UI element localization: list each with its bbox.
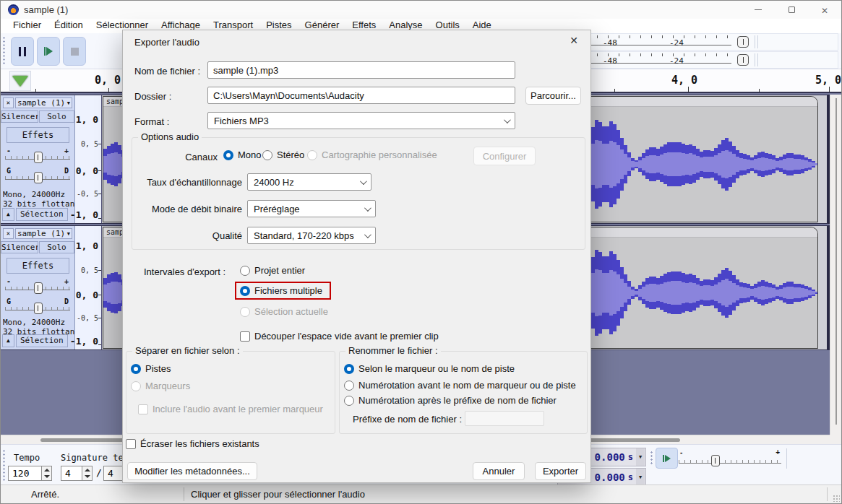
- scale-label: 0, 0: [76, 290, 98, 300]
- separator: [755, 35, 755, 48]
- channels-label: Canaux: [132, 152, 218, 162]
- playback-speed-slider[interactable]: - +: [679, 449, 781, 469]
- pan-slider[interactable]: G D: [5, 168, 70, 183]
- close-button[interactable]: [808, 1, 841, 19]
- radio-icon: [344, 396, 354, 406]
- ruler-tick: [98, 270, 101, 271]
- sample-rate-label: Taux d'échantillonnage: [132, 177, 242, 188]
- format-select[interactable]: Fichiers MP3: [207, 112, 515, 129]
- solo-button[interactable]: Solo: [39, 110, 74, 123]
- radio-entire-project[interactable]: Projet entier: [240, 265, 305, 276]
- chevron-down-icon: [360, 178, 367, 185]
- toolbar-grip[interactable]: [2, 36, 6, 66]
- maximize-button[interactable]: [775, 1, 808, 19]
- signature-numerator-input[interactable]: 4: [61, 466, 82, 481]
- tempo-stepper[interactable]: [42, 466, 52, 481]
- radio-label: Marqueurs: [145, 381, 190, 391]
- time-format-dropdown[interactable]: [636, 469, 645, 486]
- cancel-button[interactable]: Annuler: [473, 462, 525, 480]
- mute-button[interactable]: Silencer: [1, 241, 38, 253]
- radio-label: Stéréo: [277, 149, 304, 160]
- bitrate-mode-select[interactable]: Préréglage: [247, 200, 376, 217]
- radio-tracks[interactable]: Pistes: [131, 363, 171, 374]
- radio-icon: [131, 381, 141, 391]
- filename-input[interactable]: sample (1).mp3: [207, 61, 515, 79]
- track-close-button[interactable]: [3, 228, 14, 239]
- effects-button[interactable]: Effets: [7, 127, 69, 143]
- radio-numbering-after-prefix[interactable]: Numérotation après le préfixe de nom de …: [344, 395, 557, 406]
- edit-metadata-button[interactable]: Modifier les métadonnées...: [127, 462, 257, 480]
- bitrate-mode-value: Préréglage: [254, 204, 300, 214]
- track-1-vertical-ruler[interactable]: 1, 0 0, 5 0, 0 -0, 5 -1, 0: [75, 95, 102, 223]
- track-name-button[interactable]: sample (1): [15, 97, 72, 108]
- time-format-dropdown[interactable]: [636, 448, 645, 466]
- bitrate-mode-label: Mode de débit binaire: [132, 204, 242, 214]
- sample-rate-select[interactable]: 24000 Hz: [247, 173, 371, 191]
- timeline-options-button[interactable]: [9, 71, 31, 91]
- pan-slider[interactable]: G D: [5, 298, 70, 314]
- radio-mono[interactable]: Mono: [223, 149, 262, 160]
- meter-label: -48: [603, 56, 617, 66]
- quality-select[interactable]: Standard, 170-220 kbps: [247, 227, 376, 244]
- gain-slider[interactable]: - +: [5, 278, 70, 294]
- export-audio-dialog: Exporter l'audio Nom de fichier : sample…: [122, 30, 591, 483]
- mute-button[interactable]: Silencer: [1, 110, 38, 123]
- radio-label: Pistes: [145, 363, 171, 374]
- effects-button[interactable]: Effets: [7, 258, 69, 274]
- meter-label: -48: [603, 38, 617, 48]
- speed-slider-thumb[interactable]: [711, 455, 720, 466]
- radio-stereo[interactable]: Stéréo: [262, 149, 304, 160]
- checkbox-icon: [240, 331, 250, 342]
- browse-button[interactable]: Parcourir...: [525, 87, 581, 105]
- play-at-speed-button[interactable]: [656, 448, 678, 469]
- radio-use-label-or-track-name[interactable]: Selon le marqueur ou le nom de piste: [344, 363, 515, 374]
- selection-button[interactable]: Sélection: [16, 208, 68, 221]
- menu-edition[interactable]: Édition: [48, 19, 90, 33]
- selection-button[interactable]: Sélection: [16, 334, 68, 347]
- overwrite-files-checkbox[interactable]: Écraser les fichiers existants: [126, 438, 259, 449]
- signature-numerator-stepper[interactable]: [82, 466, 93, 481]
- time-unit: s: [628, 452, 633, 462]
- pan-slider-thumb[interactable]: [34, 303, 43, 314]
- toolbar-grip[interactable]: [650, 451, 653, 466]
- solo-button[interactable]: Solo: [39, 241, 74, 253]
- resize-grip[interactable]: [833, 495, 840, 502]
- folder-input[interactable]: C:\Users\Mayn\Documents\Audacity: [207, 87, 515, 104]
- radio-multiple-files-highlighted[interactable]: Fichiers multiple: [235, 282, 331, 300]
- radio-numbering-before[interactable]: Numérotation avant le nom de marqueur ou…: [344, 380, 576, 391]
- timeline-pointer-icon: [12, 76, 28, 87]
- gain-slider-thumb[interactable]: [34, 152, 43, 163]
- ruler-tick: [98, 295, 101, 295]
- gain-slider-thumb[interactable]: [34, 282, 43, 294]
- play-button[interactable]: [37, 37, 60, 66]
- collapse-button[interactable]: [2, 334, 14, 347]
- stop-button[interactable]: [63, 37, 86, 66]
- audio-options-group: Options audio Canaux Mono Stéréo Cartogr…: [132, 137, 585, 250]
- radio-label: Mono: [238, 149, 262, 160]
- scale-label: 1, 0: [76, 114, 98, 125]
- minimize-button[interactable]: [742, 1, 775, 19]
- track-name-button[interactable]: sample (1): [15, 228, 72, 239]
- format-value: Fichiers MP3: [214, 116, 269, 126]
- tempo-input[interactable]: 120: [8, 466, 42, 481]
- track-close-button[interactable]: [3, 97, 14, 108]
- vertical-scrollbar[interactable]: [830, 95, 841, 435]
- trim-blank-space-checkbox[interactable]: Découper l'espace vide avant le premier …: [240, 331, 439, 342]
- radio-icon: [307, 150, 317, 160]
- menu-fichier[interactable]: Fichier: [7, 19, 48, 33]
- export-button[interactable]: Exporter: [535, 462, 586, 480]
- toolbar-grip[interactable]: [2, 449, 6, 482]
- timeline-tick: [614, 89, 615, 92]
- collapse-button[interactable]: [2, 208, 14, 221]
- dialog-close-button[interactable]: [566, 35, 582, 49]
- recording-volume-slider[interactable]: [737, 36, 749, 48]
- playback-volume-slider[interactable]: [737, 54, 749, 66]
- gain-slider[interactable]: - +: [5, 147, 70, 163]
- pan-slider-thumb[interactable]: [34, 172, 43, 183]
- pause-button[interactable]: [11, 37, 34, 66]
- window-title: sample (1): [24, 4, 68, 15]
- track-2-vertical-ruler[interactable]: 1, 0 0, 5 0, 0 -0, 5 -1, 0: [75, 226, 102, 349]
- spin-down-icon: [44, 475, 50, 478]
- vertical-scrollbar-thumb[interactable]: [835, 98, 837, 425]
- timeline-tick: [759, 89, 760, 92]
